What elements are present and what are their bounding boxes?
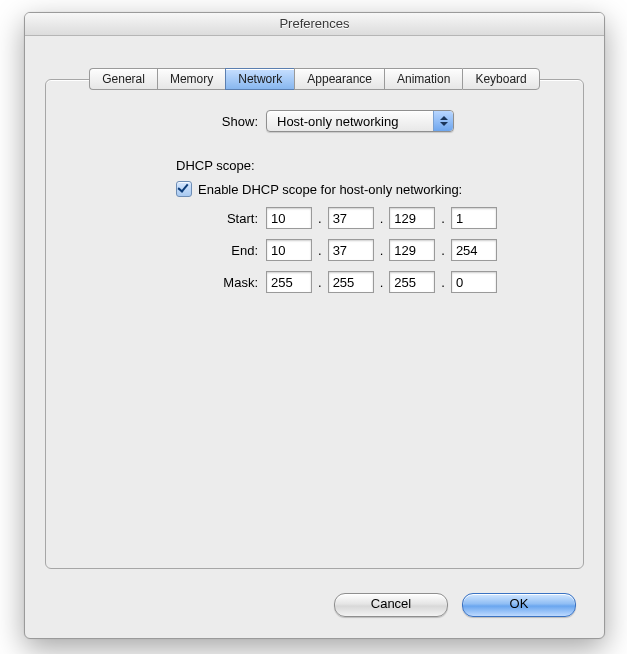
start-label: Start: xyxy=(76,211,266,226)
window-title: Preferences xyxy=(25,13,604,36)
dot: . xyxy=(312,275,328,290)
start-octet-3[interactable] xyxy=(389,207,435,229)
tab-general[interactable]: General xyxy=(89,68,157,90)
show-label: Show: xyxy=(76,114,266,129)
preferences-window: Preferences www.nwlab.net GeneralMemoryN… xyxy=(24,12,605,639)
cancel-button-label: Cancel xyxy=(371,596,411,611)
enable-dhcp-label: Enable DHCP scope for host-only networki… xyxy=(198,182,462,197)
window-content: www.nwlab.net GeneralMemoryNetworkAppear… xyxy=(25,36,604,639)
tab-label: Animation xyxy=(397,72,450,86)
start-octet-4[interactable] xyxy=(451,207,497,229)
dot: . xyxy=(312,243,328,258)
window-title-text: Preferences xyxy=(279,16,349,31)
dot: . xyxy=(312,211,328,226)
tab-label: Network xyxy=(238,72,282,86)
ok-button[interactable]: OK xyxy=(462,593,576,617)
tab-label: General xyxy=(102,72,145,86)
tab-keyboard[interactable]: Keyboard xyxy=(462,68,539,90)
dot: . xyxy=(374,275,390,290)
dot: . xyxy=(374,211,390,226)
dot: . xyxy=(435,275,451,290)
end-octet-2[interactable] xyxy=(328,239,374,261)
network-form: Show: Host-only networking DHCP scope: E… xyxy=(46,110,583,303)
tab-bar: GeneralMemoryNetworkAppearanceAnimationK… xyxy=(25,68,604,90)
tab-label: Memory xyxy=(170,72,213,86)
mask-octet-4[interactable] xyxy=(451,271,497,293)
end-octet-4[interactable] xyxy=(451,239,497,261)
cancel-button[interactable]: Cancel xyxy=(334,593,448,617)
tab-network[interactable]: Network xyxy=(225,68,294,90)
mask-octet-3[interactable] xyxy=(389,271,435,293)
mask-octet-1[interactable] xyxy=(266,271,312,293)
button-bar: Cancel OK xyxy=(334,593,576,617)
tab-label: Keyboard xyxy=(475,72,526,86)
dot: . xyxy=(374,243,390,258)
updown-arrows-icon xyxy=(433,111,453,131)
mask-label: Mask: xyxy=(76,275,266,290)
show-popup[interactable]: Host-only networking xyxy=(266,110,454,132)
dhcp-scope-heading: DHCP scope: xyxy=(176,158,553,173)
start-octet-2[interactable] xyxy=(328,207,374,229)
end-octet-1[interactable] xyxy=(266,239,312,261)
mask-octet-2[interactable] xyxy=(328,271,374,293)
tab-pane: Show: Host-only networking DHCP scope: E… xyxy=(45,79,584,569)
end-octet-3[interactable] xyxy=(389,239,435,261)
dot: . xyxy=(435,243,451,258)
tab-appearance[interactable]: Appearance xyxy=(294,68,384,90)
enable-dhcp-checkbox[interactable] xyxy=(176,181,192,197)
show-popup-value: Host-only networking xyxy=(277,114,398,129)
tab-label: Appearance xyxy=(307,72,372,86)
ok-button-label: OK xyxy=(510,596,529,611)
start-octet-1[interactable] xyxy=(266,207,312,229)
end-label: End: xyxy=(76,243,266,258)
dot: . xyxy=(435,211,451,226)
tab-animation[interactable]: Animation xyxy=(384,68,462,90)
tab-memory[interactable]: Memory xyxy=(157,68,225,90)
